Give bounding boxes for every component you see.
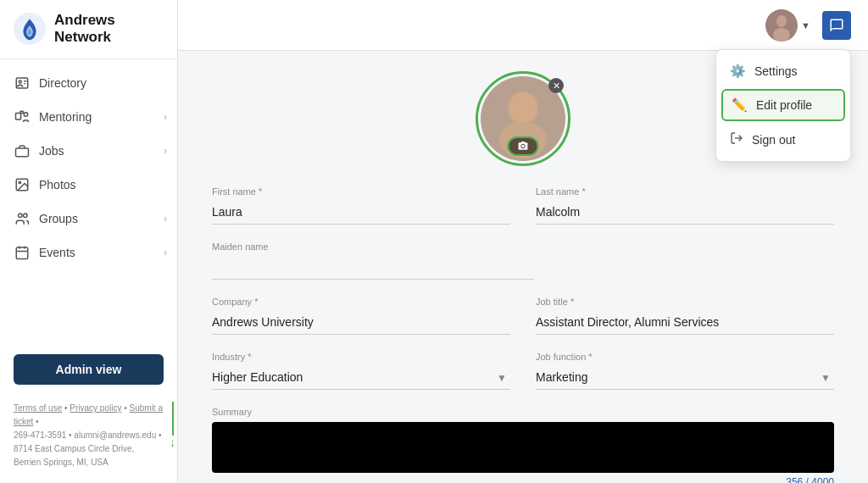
job-title-group: Job title * bbox=[536, 297, 834, 335]
company-row: Company * Job title * bbox=[212, 297, 834, 335]
pencil-icon: ✏️ bbox=[732, 97, 748, 113]
edit-profile-menu-item[interactable]: ✏️ Edit profile bbox=[721, 89, 845, 121]
svg-point-20 bbox=[773, 28, 790, 42]
group-icon bbox=[14, 210, 31, 227]
privacy-link[interactable]: Privacy policy bbox=[70, 403, 121, 413]
summary-content bbox=[212, 422, 834, 473]
svg-point-13 bbox=[24, 214, 28, 218]
sidebar-item-label: Mentoring bbox=[39, 110, 92, 124]
image-icon bbox=[14, 176, 31, 193]
chevron-right-icon: › bbox=[164, 247, 167, 258]
sidebar: Andrews Network Directory bbox=[0, 0, 178, 483]
sidebar-item-label: Jobs bbox=[39, 144, 64, 158]
maiden-name-label: Maiden name bbox=[212, 242, 834, 252]
sidebar-navigation: Directory Mentoring › bbox=[0, 59, 177, 346]
sidebar-item-jobs[interactable]: Jobs › bbox=[0, 134, 177, 168]
photo-wrapper: ✕ bbox=[481, 76, 565, 161]
edit-profile-label: Edit profile bbox=[756, 98, 812, 112]
terms-link[interactable]: Terms of use bbox=[14, 403, 62, 413]
chevron-right-icon: › bbox=[164, 145, 167, 157]
scroll-indicator: ↓ bbox=[170, 402, 175, 449]
topbar: ▼ bbox=[178, 0, 868, 51]
sidebar-item-label: Groups bbox=[39, 212, 78, 225]
svg-point-12 bbox=[19, 214, 23, 218]
maiden-name-group: Maiden name bbox=[212, 242, 834, 280]
email-text: alumni@andrews.edu bbox=[74, 430, 156, 440]
people-icon bbox=[14, 108, 31, 125]
settings-label: Settings bbox=[754, 64, 798, 78]
job-function-select[interactable]: Marketing Administration Research Teachi… bbox=[536, 365, 834, 390]
summary-label: Summary bbox=[212, 407, 834, 417]
signout-icon bbox=[730, 131, 743, 147]
industry-row: Industry * Higher Education Education Te… bbox=[212, 352, 834, 390]
calendar-icon bbox=[14, 244, 31, 261]
company-group: Company * bbox=[212, 297, 510, 335]
sidebar-item-events[interactable]: Events › bbox=[0, 236, 177, 269]
main-content: ▼ ⚙️ Settings ✏️ Edit profile Si bbox=[178, 0, 868, 483]
svg-point-2 bbox=[19, 80, 21, 83]
admin-view-button[interactable]: Admin view bbox=[14, 354, 164, 385]
logo-text: Andrews Network bbox=[54, 12, 115, 47]
summary-section: Summary 356 / 4000 bbox=[212, 407, 834, 483]
scroll-down-icon: ↓ bbox=[170, 436, 175, 449]
logo-icon bbox=[14, 13, 46, 45]
sidebar-item-label: Events bbox=[39, 246, 75, 259]
chevron-right-icon: › bbox=[164, 111, 167, 123]
svg-point-25 bbox=[509, 92, 537, 123]
sidebar-item-groups[interactable]: Groups › bbox=[0, 202, 177, 236]
settings-menu-item[interactable]: ⚙️ Settings bbox=[716, 55, 850, 87]
sidebar-item-label: Photos bbox=[39, 178, 76, 192]
gear-icon: ⚙️ bbox=[730, 64, 746, 79]
user-avatar-button[interactable]: ▼ bbox=[765, 9, 810, 42]
last-name-label: Last name * bbox=[536, 186, 834, 197]
job-function-select-wrapper: Marketing Administration Research Teachi… bbox=[536, 365, 834, 390]
industry-select-wrapper: Higher Education Education Technology He… bbox=[212, 365, 510, 390]
person-badge-icon bbox=[14, 75, 31, 92]
messages-icon[interactable] bbox=[822, 11, 851, 40]
company-label: Company * bbox=[212, 297, 510, 307]
svg-point-19 bbox=[776, 15, 787, 27]
job-function-group: Job function * Marketing Administration … bbox=[536, 352, 834, 390]
avatar bbox=[765, 9, 798, 42]
sign-out-label: Sign out bbox=[752, 133, 795, 147]
industry-select[interactable]: Higher Education Education Technology He… bbox=[212, 365, 510, 390]
chevron-down-icon: ▼ bbox=[801, 20, 810, 31]
job-title-input[interactable] bbox=[536, 310, 834, 335]
sidebar-footer: Terms of use • Privacy policy • Submit a… bbox=[0, 393, 177, 483]
job-title-label: Job title * bbox=[536, 297, 834, 307]
address-text: 8714 East Campus Circle Drive, Berrien S… bbox=[14, 444, 134, 467]
job-function-label: Job function * bbox=[536, 352, 834, 362]
svg-point-7 bbox=[24, 113, 28, 117]
company-input[interactable] bbox=[212, 310, 510, 335]
chevron-right-icon: › bbox=[164, 213, 167, 225]
first-name-group: First name * bbox=[212, 186, 510, 225]
maiden-name-input[interactable] bbox=[212, 255, 534, 280]
sidebar-item-mentoring[interactable]: Mentoring › bbox=[0, 100, 177, 134]
sidebar-item-label: Directory bbox=[39, 76, 86, 90]
svg-rect-8 bbox=[16, 148, 29, 157]
first-name-label: First name * bbox=[212, 186, 510, 197]
industry-group: Industry * Higher Education Education Te… bbox=[212, 352, 510, 390]
briefcase-icon bbox=[14, 142, 31, 159]
first-name-input[interactable] bbox=[212, 200, 510, 225]
industry-label: Industry * bbox=[212, 352, 510, 362]
scroll-line bbox=[172, 402, 174, 436]
svg-rect-6 bbox=[20, 111, 24, 113]
svg-point-11 bbox=[19, 181, 20, 183]
sidebar-item-photos[interactable]: Photos bbox=[0, 168, 177, 202]
phone-text: 269-471-3591 bbox=[14, 430, 66, 440]
last-name-group: Last name * bbox=[536, 186, 834, 225]
dropdown-menu: ⚙️ Settings ✏️ Edit profile Sign out bbox=[715, 49, 851, 162]
name-row: First name * Last name * bbox=[212, 186, 834, 225]
photo-close-button[interactable]: ✕ bbox=[548, 78, 564, 93]
maiden-name-row: Maiden name bbox=[212, 242, 834, 280]
sign-out-menu-item[interactable]: Sign out bbox=[716, 123, 850, 156]
svg-rect-5 bbox=[16, 113, 21, 119]
sidebar-logo: Andrews Network bbox=[0, 0, 177, 59]
last-name-input[interactable] bbox=[536, 200, 834, 225]
photo-camera-button[interactable] bbox=[508, 136, 539, 156]
svg-rect-14 bbox=[16, 247, 28, 259]
summary-char-count: 356 / 4000 bbox=[212, 476, 834, 483]
sidebar-item-directory[interactable]: Directory bbox=[0, 66, 177, 100]
